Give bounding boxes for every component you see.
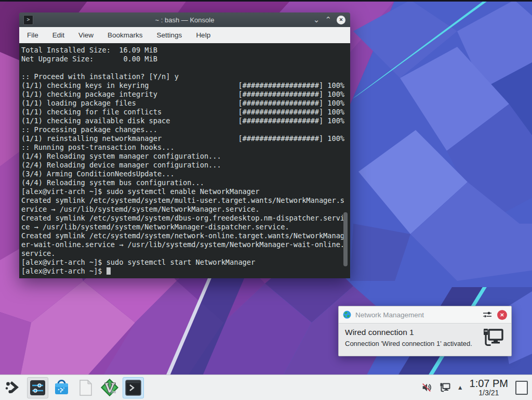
terminal-line: Net Upgrade Size: 0.00 MiB — [21, 55, 343, 63]
menu-item-edit[interactable]: Edit — [52, 31, 64, 39]
konsole-icon: > — [23, 15, 33, 25]
clock-time: 1:07 PM — [470, 378, 508, 389]
configure-icon[interactable] — [483, 311, 493, 319]
terminal-line: (1/4) Reloading system manager configura… — [21, 152, 343, 161]
terminal-line: [alex@virt-arch ~]$ — [21, 267, 343, 276]
konsole-window: > ~ : bash — Konsole ⌄ ⌃ ✕ FileEditViewB… — [19, 12, 350, 278]
close-icon[interactable]: ✕ — [337, 16, 345, 24]
menu-item-settings[interactable]: Settings — [157, 31, 182, 39]
terminal-line: (3/4) Arming ConditionNeedsUpdate... — [21, 170, 343, 178]
system-settings-icon — [30, 380, 46, 396]
terminal-line: service. — [21, 249, 343, 258]
terminal-line: (1/1) checking available disk space [###… — [21, 117, 343, 125]
clock-date: 1/3/21 — [470, 389, 508, 397]
system-tray: ▲ — [421, 382, 463, 393]
window-title: ~ : bash — Konsole — [19, 16, 350, 24]
terminal-line: [alex@virt-arch ~]$ sudo systemctl enabl… — [21, 187, 343, 196]
terminal-line: :: Processing package changes... — [21, 125, 343, 134]
taskbar-task-discover[interactable] — [51, 377, 72, 398]
notification-body: Wired connection 1 Connection 'Wired con… — [339, 324, 511, 348]
menu-item-view[interactable]: View — [78, 31, 94, 39]
show-desktop-button[interactable] — [515, 381, 528, 395]
audio-muted-icon[interactable] — [421, 382, 432, 393]
terminal-line: Total Installed Size: 16.09 MiB — [21, 46, 343, 55]
terminal-line — [21, 63, 343, 72]
konsole-task-icon — [125, 380, 141, 396]
notification-app-name: Network Management — [355, 311, 478, 319]
gvim-icon: im — [101, 379, 118, 396]
maximize-icon[interactable]: ⌃ — [325, 16, 331, 23]
terminal-line: Created symlink /etc/systemd/system/netw… — [21, 231, 343, 240]
notification-popup: Network Management ✕ Wired connection 1 … — [338, 306, 512, 356]
taskbar-task-konsole[interactable] — [123, 377, 144, 398]
terminal-line: (1/1) reinstalling networkmanager [#####… — [21, 134, 343, 143]
taskbar-task-gvim[interactable]: im — [99, 377, 120, 398]
minimize-icon[interactable]: ⌄ — [313, 16, 320, 23]
terminal-output: Total Installed Size: 16.09 MiBNet Upgra… — [21, 46, 343, 276]
terminal-cursor — [107, 267, 111, 275]
digital-clock[interactable]: 1:07 PM 1/3/21 — [470, 378, 508, 397]
terminal-line: (1/1) loading package files [###########… — [21, 99, 343, 108]
expand-tray-icon[interactable]: ▲ — [457, 384, 463, 391]
svg-text:im: im — [111, 389, 116, 394]
wired-network-icon — [481, 327, 504, 348]
discover-icon — [53, 379, 70, 396]
window-titlebar[interactable]: > ~ : bash — Konsole ⌄ ⌃ ✕ — [19, 12, 350, 27]
terminal-line: ervice → /usr/lib/systemd/system/Network… — [21, 205, 343, 214]
terminal-area[interactable]: Total Installed Size: 16.09 MiBNet Upgra… — [19, 43, 350, 278]
terminal-line: (1/1) checking package integrity [######… — [21, 90, 343, 99]
taskbar: im ▲ — [0, 375, 532, 400]
menu-item-file[interactable]: File — [27, 31, 38, 39]
taskbar-task-document[interactable] — [75, 377, 96, 398]
notification-header: Network Management ✕ — [339, 306, 511, 324]
globe-icon — [343, 311, 351, 319]
terminal-line: Created symlink /etc/systemd/system/mult… — [21, 196, 343, 205]
tray-wired-network-icon[interactable] — [439, 382, 450, 393]
terminal-line: Created symlink /etc/systemd/system/dbus… — [21, 214, 343, 223]
terminal-line: (2/4) Reloading device manager configura… — [21, 161, 343, 170]
app-launcher-icon[interactable] — [4, 379, 21, 396]
notification-close-icon[interactable]: ✕ — [497, 310, 507, 320]
terminal-line: (1/1) checking keys in keyring [########… — [21, 81, 343, 90]
taskbar-task-system-settings[interactable] — [27, 377, 48, 398]
terminal-line: er-wait-online.service → /usr/lib/system… — [21, 240, 343, 249]
terminal-line: :: Running post-transaction hooks... — [21, 143, 343, 152]
terminal-line: [alex@virt-arch ~]$ sudo systemctl start… — [21, 258, 343, 267]
scrollbar-thumb[interactable] — [343, 212, 348, 266]
menu-item-bookmarks[interactable]: Bookmarks — [108, 31, 143, 39]
notification-message: Connection 'Wired connection 1' activate… — [345, 340, 481, 347]
menu-item-help[interactable]: Help — [196, 31, 210, 39]
terminal-line: (4/4) Reloading system bus configuration… — [21, 178, 343, 187]
notification-title: Wired connection 1 — [345, 328, 481, 337]
menu-bar: FileEditViewBookmarksSettingsHelp — [19, 27, 350, 43]
desktop: > ~ : bash — Konsole ⌄ ⌃ ✕ FileEditViewB… — [0, 0, 532, 400]
terminal-line: (1/1) checking for file conflicts [#####… — [21, 108, 343, 117]
document-icon — [78, 379, 93, 396]
terminal-line: :: Proceed with installation? [Y/n] y — [21, 72, 343, 81]
terminal-line: ce → /usr/lib/systemd/system/NetworkMana… — [21, 223, 343, 231]
